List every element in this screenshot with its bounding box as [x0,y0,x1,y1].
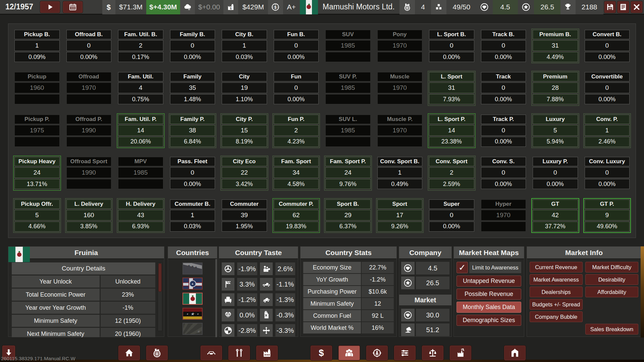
market-cell-commuter[interactable]: Commuter391.95% [220,198,268,233]
market-cell-convertible[interactable]: Convertible00.00% [583,71,631,106]
country-flag-cross[interactable] [182,278,203,290]
market-info-button-sales-breakdown[interactable]: Sales Breakdown [585,324,638,335]
nav-finance-button[interactable]: $ [310,345,332,361]
market-cell-suv-l[interactable]: SUV L.1985 [324,113,372,148]
nav-person-target-button[interactable] [366,345,388,361]
market-cell-fam-util-b[interactable]: Fam. Util. B.20.17% [117,28,165,63]
market-cell-sport-b[interactable]: Sport B.296.37% [324,198,372,233]
market-cell-city-eco[interactable]: City Eco223.42% [220,156,268,190]
market-cell-family-p[interactable]: Family P.386.84% [169,113,217,148]
nav-scale-button[interactable] [422,345,444,361]
market-cell-commuter-p[interactable]: Commuter P.6219.83% [272,198,320,233]
market-cell-l-delivery[interactable]: L. Delivery1603.85% [65,198,113,233]
market-cell-track[interactable]: Track00.00% [480,71,528,106]
market-cell-conv-s[interactable]: Conv. S.00.00% [480,156,528,190]
heat-map-button-untapped-revenue[interactable]: Untapped Revenue [457,276,521,287]
market-cell-premium-b[interactable]: Premium B.314.49% [531,28,579,63]
market-cell-fam-util-p[interactable]: Fam. Util. P.1420.06% [117,113,165,148]
market-cell-city-p[interactable]: City P.158.19% [220,113,268,148]
market-cell-muscle-p[interactable]: Muscle P.1970 [376,113,424,148]
market-info-button-market-awareness[interactable]: Market Awareness [530,274,583,285]
heat-map-button-possible-revenue[interactable]: Possible Revenue [457,289,521,300]
market-cell-conv-sport-b[interactable]: Conv. Sport B.10.49% [376,156,424,190]
market-cell-conv-luxury[interactable]: Conv. Luxury00.00% [583,156,631,190]
market-cell-conv-sport[interactable]: Conv. Sport22.59% [428,156,476,190]
nav-home-button[interactable] [118,345,140,361]
nav-factory-button[interactable] [256,345,278,361]
market-info-button-company-bubble[interactable]: Company Bubble [530,311,583,322]
market-cell-super[interactable]: Super00.00% [428,198,476,233]
market-cell-city-b[interactable]: City B.10.03% [220,28,268,63]
market-cell-pickup-b[interactable]: Pickup B.10.09% [13,28,61,63]
market-cell-pony[interactable]: Pony1970 [376,28,424,63]
country-scrollbar-thumb[interactable] [158,263,162,292]
market-info-button-budgets-spread[interactable]: Budgets +/- Spread [530,299,583,310]
market-cell-l-sport-b[interactable]: L. Sport B.00.00% [428,28,476,63]
market-cell-luxury[interactable]: Luxury55.94% [531,113,579,148]
nav-demographics-button[interactable] [338,345,360,361]
market-cell-fam-sport[interactable]: Fam. Sport344.58% [272,156,320,190]
market-cell-convert-b[interactable]: Convert B.00.00% [583,28,631,63]
market-cell-pickup-heavy[interactable]: Pickup Heavy2413.71% [13,156,61,190]
nav-promotion-button[interactable] [449,345,472,361]
country-flag-stars-band[interactable] [182,262,203,275]
market-cell-pickup[interactable]: Pickup1960 [13,71,61,106]
reports-button[interactable] [617,1,629,13]
nav-sliders-button[interactable] [394,345,416,361]
play-button[interactable] [40,1,60,13]
limit-to-awareness-checkbox[interactable] [457,262,468,273]
market-cell-hyper[interactable]: Hyper1970 [480,198,528,233]
market-cell-fam-util[interactable]: Fam. Util.40.75% [117,71,165,106]
country-flag-rays[interactable] [182,323,203,335]
nav-mechanic-button[interactable] [228,345,250,361]
countries-scrollbar[interactable] [215,259,217,337]
market-cell-gt[interactable]: GT4237.72% [531,198,579,233]
market-cell-suv[interactable]: SUV1985 [324,28,372,63]
market-cell-luxury-p[interactable]: Luxury P.00.00% [531,156,579,190]
market-cell-family-b[interactable]: Family B.00.00% [169,28,217,63]
market-info-button-dealerships[interactable]: Dealerships [530,287,583,297]
market-cell-commuter-b[interactable]: Commuter B.10.03% [169,198,217,233]
heat-map-button-demographic-sizes[interactable]: Demographic Sizes [457,315,521,326]
market-cell-l-sport-p[interactable]: L. Sport P.1423.38% [428,113,476,148]
market-cell-pickup-p[interactable]: Pickup P.1975 [13,113,61,148]
market-cell-fun-b[interactable]: Fun B.00.00% [272,28,320,63]
country-flag-star-stripes[interactable] [182,308,203,320]
market-cell-fun-p[interactable]: Fun P.24.23% [272,113,320,148]
market-cell-premium[interactable]: Premium287.88% [531,71,579,106]
nav-city-button[interactable] [146,345,168,361]
market-info-button-current-revenue[interactable]: Current Revenue [530,262,583,273]
market-cell-h-delivery[interactable]: H. Delivery436.93% [117,198,165,233]
market-cell-family[interactable]: Family351.48% [169,71,217,106]
save-button[interactable] [604,1,616,13]
close-button[interactable] [631,1,643,13]
market-cell-track-p[interactable]: Track P.00.00% [480,113,528,148]
market-cell-track-b[interactable]: Track B.00.00% [480,28,528,63]
market-cell-offroad-b[interactable]: Offroad B.00.00% [65,28,113,63]
market-cell-offroad[interactable]: Offroad1970 [65,71,113,106]
market-cell-l-sport[interactable]: L. Sport317.93% [428,71,476,106]
nav-car-button[interactable] [200,345,222,361]
country-flag-fruinia[interactable] [182,293,203,305]
cell-label: Fun B. [274,30,319,39]
market-cell-fam-sport-p[interactable]: Fam. Sport P.249.76% [324,156,372,190]
market-info-button-desirability[interactable]: Desirability [585,274,638,285]
market-cell-city[interactable]: City191.10% [220,71,268,106]
market-cell-offroad-sport[interactable]: Offroad Sport1990 [65,156,113,190]
market-cell-conv-p[interactable]: Conv. P.12.46% [583,113,631,148]
market-cell-fun[interactable]: Fun00.00% [272,71,320,106]
market-cell-sport[interactable]: Sport179.26% [376,198,424,233]
nav-dealership-button[interactable] [504,345,526,361]
country-scrollbar[interactable] [158,262,162,331]
market-info-button-affordability[interactable]: Affordability [585,287,638,297]
market-cell-suv-p[interactable]: SUV P.1985 [324,71,372,106]
market-info-button-market-difficulty[interactable]: Market Difficulty [585,262,638,273]
heat-map-button-monthly-sales-data[interactable]: Monthly Sales Data [457,302,521,313]
market-cell-pass-fleet[interactable]: Pass. Fleet00.00% [169,156,217,190]
market-cell-mpv[interactable]: MPV1985 [117,156,165,190]
market-cell-pickup-offr[interactable]: Pickup Offr.54.66% [13,198,61,233]
market-cell-gt-p[interactable]: GT P.949.60% [583,198,631,233]
market-cell-muscle[interactable]: Muscle1970 [376,71,424,106]
calendar-button[interactable] [63,1,83,13]
market-cell-offroad-p[interactable]: Offroad P.1990 [65,113,113,148]
